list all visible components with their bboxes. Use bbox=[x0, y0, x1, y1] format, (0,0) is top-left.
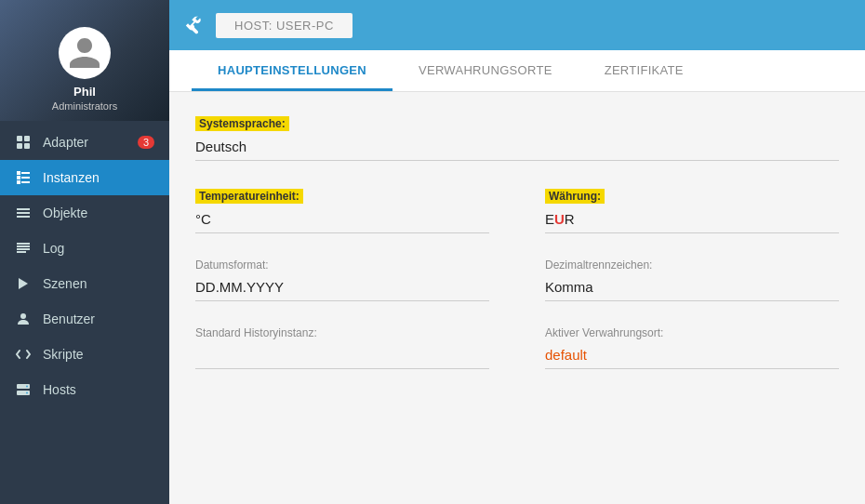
nav-label-objekte: Objekte bbox=[43, 206, 87, 220]
svg-rect-16 bbox=[17, 251, 26, 253]
nav-label-instanzen: Instanzen bbox=[43, 170, 100, 185]
sidebar-nav: Adapter 3 Instanzen Objekte bbox=[0, 121, 169, 504]
nav-label-szenen: Szenen bbox=[43, 276, 86, 291]
dezimaltrennzeichen-label: Dezimaltrennzeichen: bbox=[545, 259, 652, 272]
systemsprache-field: Systemsprache: Deutsch bbox=[195, 114, 839, 161]
tab-haupteinstellungen[interactable]: HAUPTEINSTELLUNGEN bbox=[192, 50, 393, 91]
waehrung-prefix: E bbox=[545, 211, 554, 227]
svg-point-20 bbox=[26, 386, 28, 388]
tab-verwahrungsorte[interactable]: VERWAHRUNGSORTE bbox=[393, 50, 579, 91]
sidebar-username: Phil bbox=[73, 85, 96, 100]
adapter-badge: 3 bbox=[138, 136, 154, 149]
svg-point-21 bbox=[26, 392, 28, 394]
svg-point-17 bbox=[20, 313, 26, 319]
sidebar-item-hosts[interactable]: Hosts bbox=[0, 372, 169, 407]
svg-rect-13 bbox=[17, 243, 30, 245]
sidebar-item-szenen[interactable]: Szenen bbox=[0, 266, 169, 301]
temperatureinheit-field: Temperatureinheit: °C bbox=[195, 187, 489, 233]
verwahrungsort-value: default bbox=[545, 343, 839, 369]
svg-rect-9 bbox=[21, 181, 30, 183]
historyinstanz-value bbox=[195, 343, 489, 369]
svg-rect-10 bbox=[17, 208, 30, 210]
temp-waehrung-row: Temperatureinheit: °C Währung: EUR bbox=[195, 187, 839, 233]
verwahrungsort-label: Aktiver Verwahrungsort: bbox=[545, 326, 663, 339]
svg-rect-15 bbox=[17, 248, 30, 250]
datumsformat-label: Datumsformat: bbox=[195, 259, 269, 272]
datumsformat-field: Datumsformat: DD.MM.YYYY bbox=[195, 256, 489, 301]
svg-rect-14 bbox=[17, 245, 30, 247]
sidebar-item-adapter[interactable]: Adapter 3 bbox=[0, 125, 169, 160]
svg-rect-3 bbox=[24, 143, 30, 149]
history-verwahrung-row: Standard Historyinstanz: Aktiver Verwahr… bbox=[195, 324, 839, 369]
nav-label-benutzer: Benutzer bbox=[43, 312, 95, 326]
server-icon bbox=[15, 381, 32, 398]
sidebar-item-objekte[interactable]: Objekte bbox=[0, 195, 169, 231]
temperatureinheit-label: Temperatureinheit: bbox=[195, 189, 303, 204]
wrench-icon bbox=[184, 15, 205, 35]
list-icon bbox=[15, 205, 32, 221]
sidebar-item-benutzer[interactable]: Benutzer bbox=[0, 301, 169, 337]
list-grid-icon bbox=[15, 169, 32, 186]
systemsprache-label: Systemsprache: bbox=[195, 116, 289, 131]
sidebar-item-log[interactable]: Log bbox=[0, 231, 169, 266]
verwahrungsort-field: Aktiver Verwahrungsort: default bbox=[545, 324, 839, 369]
avatar bbox=[59, 27, 111, 79]
content-area: Systemsprache: Deutsch Temperatureinheit… bbox=[169, 92, 865, 504]
waehrung-highlight: U bbox=[554, 211, 565, 227]
svg-rect-0 bbox=[17, 136, 22, 141]
datum-dezimal-row: Datumsformat: DD.MM.YYYY Dezimaltrennzei… bbox=[195, 256, 839, 301]
temperatureinheit-value: °C bbox=[195, 207, 489, 233]
code-icon bbox=[15, 346, 32, 363]
datumsformat-value: DD.MM.YYYY bbox=[195, 275, 489, 301]
header-bar: HOST: USER-PC bbox=[169, 0, 865, 50]
sidebar: Phil Administrators Adapter 3 Insta bbox=[0, 0, 169, 504]
svg-rect-1 bbox=[24, 136, 30, 141]
play-icon bbox=[15, 275, 32, 292]
sidebar-profile: Phil Administrators bbox=[0, 0, 169, 121]
nav-label-adapter: Adapter bbox=[43, 135, 88, 150]
sidebar-role: Administrators bbox=[52, 100, 117, 112]
svg-rect-6 bbox=[17, 176, 20, 179]
svg-rect-11 bbox=[17, 212, 30, 214]
waehrung-value: EUR bbox=[545, 207, 839, 233]
nav-label-log: Log bbox=[43, 241, 64, 256]
svg-rect-4 bbox=[17, 171, 20, 175]
svg-rect-7 bbox=[21, 177, 30, 179]
dezimaltrennzeichen-value: Komma bbox=[545, 275, 839, 301]
svg-rect-12 bbox=[17, 216, 30, 218]
dezimaltrennzeichen-field: Dezimaltrennzeichen: Komma bbox=[545, 256, 839, 301]
svg-rect-8 bbox=[17, 180, 20, 184]
systemsprache-value: Deutsch bbox=[195, 135, 839, 161]
historyinstanz-field: Standard Historyinstanz: bbox=[195, 324, 489, 369]
waehrung-field: Währung: EUR bbox=[545, 187, 839, 233]
waehrung-suffix: R bbox=[565, 211, 575, 227]
tabs-bar: HAUPTEINSTELLUNGEN VERWAHRUNGSORTE ZERTI… bbox=[169, 50, 865, 92]
systemsprache-section: Systemsprache: Deutsch bbox=[195, 114, 839, 161]
waehrung-label: Währung: bbox=[545, 189, 605, 204]
svg-rect-2 bbox=[17, 143, 22, 149]
nav-label-hosts: Hosts bbox=[43, 382, 76, 397]
historyinstanz-label: Standard Historyinstanz: bbox=[195, 326, 317, 339]
lines-icon bbox=[15, 240, 32, 257]
main-area: HOST: USER-PC HAUPTEINSTELLUNGEN VERWAHR… bbox=[169, 0, 865, 504]
grid-icon bbox=[15, 134, 32, 151]
sidebar-item-skripte[interactable]: Skripte bbox=[0, 337, 169, 372]
sidebar-item-instanzen[interactable]: Instanzen bbox=[0, 160, 169, 195]
svg-rect-5 bbox=[21, 172, 30, 174]
nav-label-skripte: Skripte bbox=[43, 347, 84, 362]
person-icon bbox=[15, 311, 32, 327]
host-button[interactable]: HOST: USER-PC bbox=[216, 13, 353, 38]
tab-zertifikate[interactable]: ZERTIFIKATE bbox=[579, 50, 710, 91]
